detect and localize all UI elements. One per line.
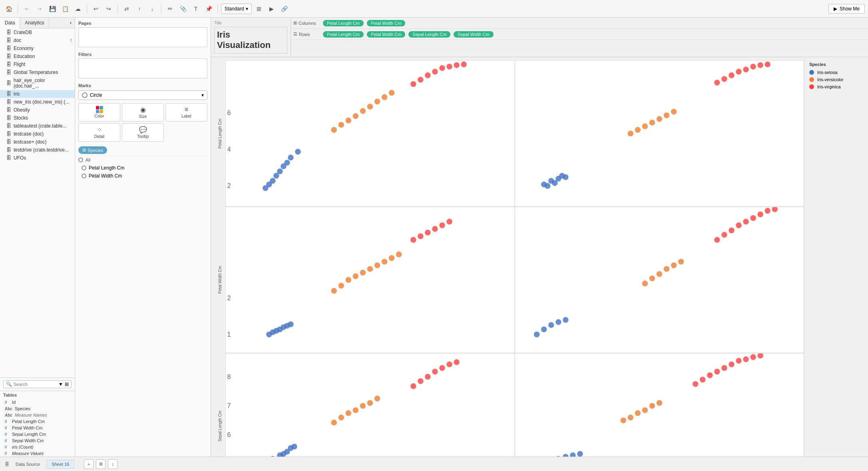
save-button[interactable]: 💾 bbox=[47, 3, 58, 14]
marks-detail-button[interactable]: ⁘ Detail bbox=[78, 123, 120, 142]
collapse-button[interactable]: ‹ bbox=[67, 18, 75, 28]
db-icon: 🗄 bbox=[6, 115, 11, 121]
field-measure-values[interactable]: # Measure Values bbox=[0, 450, 75, 457]
row-pill-sepal-length[interactable]: Sepal Length Cm bbox=[408, 31, 450, 38]
svg-point-82 bbox=[649, 275, 655, 281]
marks-color-button[interactable]: Color bbox=[78, 103, 120, 122]
svg-point-145 bbox=[750, 354, 756, 360]
redo2-button[interactable]: ↪ bbox=[103, 3, 114, 14]
view-mode-dropdown[interactable]: Standard ▾ bbox=[221, 4, 252, 14]
fit-button[interactable]: ⊞ bbox=[253, 3, 265, 14]
row-pill-sepal-width[interactable]: Sepal Width Cm bbox=[454, 31, 493, 38]
datasource-hair-eye[interactable]: 🗄 hair_eye_color (doc.hair_... bbox=[0, 76, 75, 90]
swap-button[interactable]: ⇄ bbox=[121, 3, 132, 14]
datasource-education[interactable]: 🗄 Education bbox=[0, 52, 75, 60]
datasource-ufos[interactable]: 🗄 UFOs bbox=[0, 154, 75, 162]
filter-icon[interactable]: ▼ bbox=[58, 381, 63, 387]
svg-point-86 bbox=[678, 259, 684, 265]
datasource-testcase-plus[interactable]: 🗄 testcase+ (doc) bbox=[0, 138, 75, 146]
petal-width-field-row[interactable]: Petal Width Cm bbox=[78, 172, 207, 180]
svg-point-32 bbox=[545, 183, 550, 189]
grid-view-icon[interactable]: ⊞ bbox=[65, 381, 69, 387]
legend-item-setosa[interactable]: Iris-setosa bbox=[809, 70, 863, 75]
field-species[interactable]: Abc Species bbox=[0, 405, 75, 412]
marks-type-dropdown[interactable]: Circle ▾ bbox=[78, 90, 207, 100]
field-petal-length[interactable]: # Petal Length Cm bbox=[0, 418, 75, 425]
search-input[interactable] bbox=[14, 382, 57, 387]
tab-analytics[interactable]: Analytics bbox=[20, 18, 49, 28]
show-me-button[interactable]: ▶ Show Me bbox=[828, 4, 865, 14]
present-button[interactable]: ▶ bbox=[266, 3, 277, 14]
svg-point-70 bbox=[425, 230, 430, 236]
search-box: 🔍 ▼ ⊞ bbox=[3, 380, 72, 388]
marks-label-button[interactable]: ≡ Label bbox=[165, 103, 207, 122]
svg-text:4: 4 bbox=[227, 146, 231, 153]
svg-point-73 bbox=[446, 219, 452, 225]
cell-2-2 bbox=[515, 207, 804, 353]
datasource-global-temps[interactable]: 🗄 Global Temperatures bbox=[0, 68, 75, 76]
species-pill[interactable]: ⊞ Species bbox=[78, 146, 107, 154]
pin-button[interactable]: 📌 bbox=[203, 3, 214, 14]
sort-asc-button[interactable]: ↑ bbox=[134, 3, 145, 14]
filters-box bbox=[78, 58, 207, 78]
legend-item-virginica[interactable]: Iris-virginica bbox=[809, 84, 863, 89]
row-pill-petal-length[interactable]: Petal Length Cm bbox=[323, 31, 364, 38]
marks-size-button[interactable]: ◉ Size bbox=[122, 103, 164, 122]
tab-data[interactable]: Data bbox=[0, 18, 20, 28]
share-button[interactable]: 🔗 bbox=[279, 3, 290, 14]
data-source-label[interactable]: Data Source bbox=[16, 462, 40, 467]
status-icon-1[interactable]: + bbox=[84, 459, 94, 469]
petal-length-field-row[interactable]: Petal Length Cm bbox=[78, 164, 207, 172]
datasource-economy[interactable]: 🗄 Economy bbox=[0, 44, 75, 52]
title-box[interactable]: IrisVisualization bbox=[214, 27, 287, 54]
field-id[interactable]: # Id bbox=[0, 399, 75, 405]
datasource-flight[interactable]: 🗄 Flight bbox=[0, 60, 75, 68]
detail-label: Detail bbox=[94, 134, 105, 139]
svg-point-116 bbox=[439, 365, 445, 371]
marks-tooltip-button[interactable]: 💬 Tooltip bbox=[122, 123, 164, 142]
status-icon-2[interactable]: ⊞ bbox=[96, 459, 106, 469]
status-icon-3[interactable]: ↕ bbox=[108, 459, 117, 469]
highlight-button[interactable]: ✏ bbox=[165, 3, 176, 14]
viz-title: IrisVisualization bbox=[217, 30, 271, 50]
row-pill-petal-width[interactable]: Petal Width Cm bbox=[367, 31, 405, 38]
field-petal-width[interactable]: # Petal Width Cm bbox=[0, 425, 75, 431]
annotate-button[interactable]: 📎 bbox=[177, 3, 189, 14]
home-icon[interactable]: 🏠 bbox=[3, 3, 14, 14]
field-iris-count[interactable]: # iris (Count) bbox=[0, 444, 75, 450]
publish-button[interactable]: ☁ bbox=[72, 3, 84, 14]
save-as-button[interactable]: 📋 bbox=[60, 3, 71, 14]
svg-point-7 bbox=[263, 185, 268, 191]
db-icon: 🗄 bbox=[6, 30, 11, 35]
svg-text:2: 2 bbox=[227, 182, 231, 189]
column-pill-petal-length[interactable]: Petal Length Cm bbox=[323, 20, 364, 26]
legend-item-versicolor[interactable]: Iris-versicolor bbox=[809, 77, 863, 82]
table-items-list: # Id Abc Species Abc Measure Names # Pet… bbox=[0, 399, 75, 457]
y-label-row2: Petal Width Cm bbox=[214, 207, 225, 353]
db-icon: 🗄 bbox=[6, 54, 11, 59]
datasource-testdrive[interactable]: 🗄 testdrive (crate.testdrive... bbox=[0, 146, 75, 154]
datasource-new-iris[interactable]: 🗄 new_iris (doc.new_iris) (... bbox=[0, 98, 75, 106]
cell-2-1: 1 2 bbox=[225, 207, 515, 353]
field-sepal-length[interactable]: # Sepal Length Cm bbox=[0, 431, 75, 437]
svg-point-23 bbox=[446, 64, 452, 70]
svg-point-103 bbox=[291, 443, 297, 449]
pages-box bbox=[78, 27, 207, 47]
field-measure-names[interactable]: Abc Measure Names bbox=[0, 412, 75, 418]
datasource-cratedb[interactable]: 🗄 CrateDB bbox=[0, 28, 75, 36]
sheet-tab[interactable]: Sheet 16 bbox=[46, 460, 74, 469]
datasource-iris[interactable]: 🗄 iris bbox=[0, 90, 75, 98]
undo2-button[interactable]: ↩ bbox=[90, 3, 102, 14]
undo-button[interactable]: ← bbox=[21, 3, 32, 14]
column-pill-petal-width[interactable]: Petal Width Cm bbox=[367, 20, 405, 26]
datasource-testcase[interactable]: 🗄 testcase (doc) bbox=[0, 130, 75, 138]
sort-desc-button[interactable]: ↓ bbox=[147, 3, 158, 14]
svg-point-77 bbox=[541, 326, 547, 332]
datasource-stocks[interactable]: 🗄 Stocks bbox=[0, 114, 75, 122]
text-button[interactable]: T bbox=[190, 3, 201, 14]
datasource-doc[interactable]: 🗄 doc ! bbox=[0, 36, 75, 44]
datasource-tableautest[interactable]: 🗄 tableautest (crate.table... bbox=[0, 122, 75, 130]
datasource-obesity[interactable]: 🗄 Obesity bbox=[0, 106, 75, 114]
redo-button[interactable]: → bbox=[34, 3, 45, 14]
field-sepal-width[interactable]: # Sepal Width Cm bbox=[0, 437, 75, 444]
